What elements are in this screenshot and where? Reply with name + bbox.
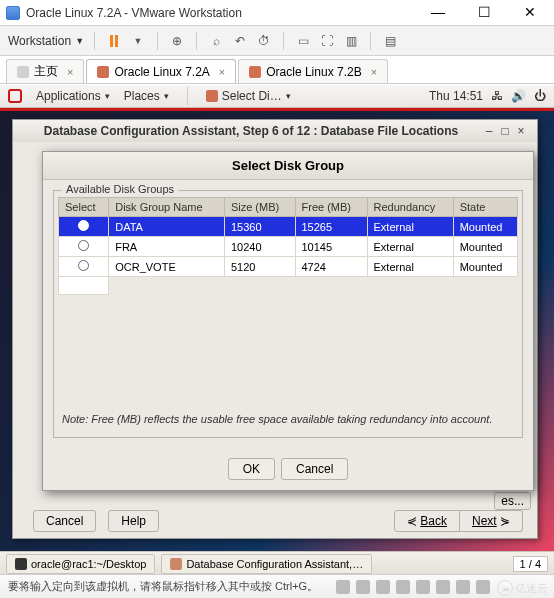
cell-size: 5120 — [224, 257, 295, 277]
col-name: Disk Group Name — [109, 198, 225, 217]
back-button[interactable]: ⋞ Back — [394, 510, 460, 532]
tab-label: Oracle Linux 7.2A — [114, 65, 209, 79]
printer-icon[interactable] — [456, 580, 470, 594]
select-disk-group-dialog: Select Disk Group Available Disk Groups … — [42, 151, 534, 491]
vmware-toolbar: Workstation ▼ ▼ ⊕ ⌕ ↶ ⏱ ▭ ⛶ ▥ ▤ — [0, 26, 554, 56]
cancel-button[interactable]: Cancel — [33, 510, 96, 532]
ok-button[interactable]: OK — [228, 458, 275, 480]
settings-icon[interactable]: ⏱ — [255, 32, 273, 50]
radio-select[interactable] — [78, 260, 89, 271]
oracle-logo-icon[interactable] — [8, 89, 22, 103]
gnome-taskbar: oracle@rac1:~/Desktop Database Configura… — [0, 551, 554, 575]
help-button[interactable]: Help — [108, 510, 159, 532]
cloud-icon: ☁ — [497, 580, 513, 596]
watermark-text: 亿速云 — [515, 581, 548, 596]
cell-state: Mounted — [453, 257, 517, 277]
radio-select[interactable] — [78, 240, 89, 251]
cell-free: 10145 — [295, 237, 367, 257]
cd-icon[interactable] — [356, 580, 370, 594]
taskbar-terminal[interactable]: oracle@rac1:~/Desktop — [6, 554, 155, 574]
network-icon[interactable]: 🖧 — [491, 89, 503, 103]
col-redundancy: Redundancy — [367, 198, 453, 217]
separator — [196, 32, 197, 50]
taskbar-label: Database Configuration Assistant,… — [186, 558, 363, 570]
toolbar-caret-icon[interactable]: ▼ — [129, 32, 147, 50]
browse-button-2[interactable]: es... — [494, 492, 531, 510]
caret-icon: ▼ — [75, 36, 84, 46]
tab-vm-a[interactable]: Oracle Linux 7.2A × — [86, 59, 236, 83]
separator — [157, 32, 158, 50]
separator — [187, 87, 188, 105]
table-row[interactable]: OCR_VOTE 5120 4724 External Mounted — [59, 257, 518, 277]
active-app-menu[interactable]: Select Di…▾ — [206, 89, 291, 103]
tab-vm-b[interactable]: Oracle Linux 7.2B × — [238, 59, 388, 83]
note-text: Note: Free (MB) reflects the usable free… — [58, 405, 518, 433]
device-status-icons — [336, 580, 490, 594]
workstation-menu-label: Workstation — [8, 34, 71, 48]
dbca-title-text: Database Configuration Assistant, Step 6… — [21, 124, 481, 138]
revert-icon[interactable]: ↶ — [231, 32, 249, 50]
floppy-icon[interactable] — [376, 580, 390, 594]
vmware-titlebar: Oracle Linux 7.2A - VMware Workstation —… — [0, 0, 554, 26]
snapshot-mgr-icon[interactable]: ⌕ — [207, 32, 225, 50]
cell-name: OCR_VOTE — [109, 257, 225, 277]
cell-free: 4724 — [295, 257, 367, 277]
taskbar-dbca[interactable]: Database Configuration Assistant,… — [161, 554, 372, 574]
watermark: ☁ 亿速云 — [497, 580, 548, 596]
vm-icon — [97, 66, 109, 78]
cell-redundancy: External — [367, 257, 453, 277]
cell-redundancy: External — [367, 237, 453, 257]
cancel-button[interactable]: Cancel — [281, 458, 348, 480]
table-row[interactable]: DATA 15360 15265 External Mounted — [59, 217, 518, 237]
next-button[interactable]: Next ⋟ — [460, 510, 523, 532]
library-icon[interactable]: ▤ — [381, 32, 399, 50]
cell-size: 10240 — [224, 237, 295, 257]
workstation-menu[interactable]: Workstation ▼ — [8, 34, 84, 48]
close-icon[interactable]: × — [67, 66, 73, 78]
tab-home[interactable]: 主页 × — [6, 59, 84, 83]
table-empty-row — [59, 277, 518, 295]
dialog-title: Select Disk Group — [43, 152, 533, 180]
radio-select[interactable] — [78, 220, 89, 231]
dbca-close-button[interactable]: × — [513, 124, 529, 138]
gnome-top-bar: Applications▾ Places▾ Select Di…▾ Thu 14… — [0, 84, 554, 108]
net-icon[interactable] — [396, 580, 410, 594]
power-icon[interactable]: ⏻ — [534, 89, 546, 103]
dbca-maximize-button[interactable]: □ — [497, 124, 513, 138]
col-select: Select — [59, 198, 109, 217]
applications-menu[interactable]: Applications▾ — [36, 89, 110, 103]
cell-state: Mounted — [453, 217, 517, 237]
multimon-icon[interactable]: ▥ — [342, 32, 360, 50]
dbca-nav-footer: Cancel Help ⋞ Back Next ⋟ — [13, 510, 537, 532]
dbca-icon — [170, 558, 182, 570]
dbca-titlebar: Database Configuration Assistant, Step 6… — [13, 120, 537, 142]
clock[interactable]: Thu 14:51 — [429, 89, 483, 103]
maximize-button[interactable]: ☐ — [466, 2, 502, 24]
separator — [283, 32, 284, 50]
terminal-icon — [15, 558, 27, 570]
dialog-button-row: OK Cancel — [43, 448, 533, 490]
unity-icon[interactable]: ▭ — [294, 32, 312, 50]
cell-name: FRA — [109, 237, 225, 257]
cell-free: 15265 — [295, 217, 367, 237]
status-hint: 要将输入定向到该虚拟机，请将鼠标指针移入其中或按 Ctrl+G。 — [8, 579, 318, 594]
hdd-icon[interactable] — [336, 580, 350, 594]
workspace-indicator[interactable]: 1 / 4 — [513, 556, 548, 572]
display-icon[interactable] — [476, 580, 490, 594]
close-button[interactable]: ✕ — [512, 2, 548, 24]
minimize-button[interactable]: — — [420, 2, 456, 24]
fullscreen-icon[interactable]: ⛶ — [318, 32, 336, 50]
pause-icon[interactable] — [105, 32, 123, 50]
table-row[interactable]: FRA 10240 10145 External Mounted — [59, 237, 518, 257]
places-menu[interactable]: Places▾ — [124, 89, 169, 103]
snapshot-icon[interactable]: ⊕ — [168, 32, 186, 50]
disk-group-table: Select Disk Group Name Size (MB) Free (M… — [58, 197, 518, 295]
close-icon[interactable]: × — [219, 66, 225, 78]
usb-icon[interactable] — [416, 580, 430, 594]
tab-home-label: 主页 — [34, 63, 58, 80]
sound-icon[interactable] — [436, 580, 450, 594]
volume-icon[interactable]: 🔊 — [511, 89, 526, 103]
dbca-minimize-button[interactable]: – — [481, 124, 497, 138]
close-icon[interactable]: × — [371, 66, 377, 78]
tab-label: Oracle Linux 7.2B — [266, 65, 361, 79]
